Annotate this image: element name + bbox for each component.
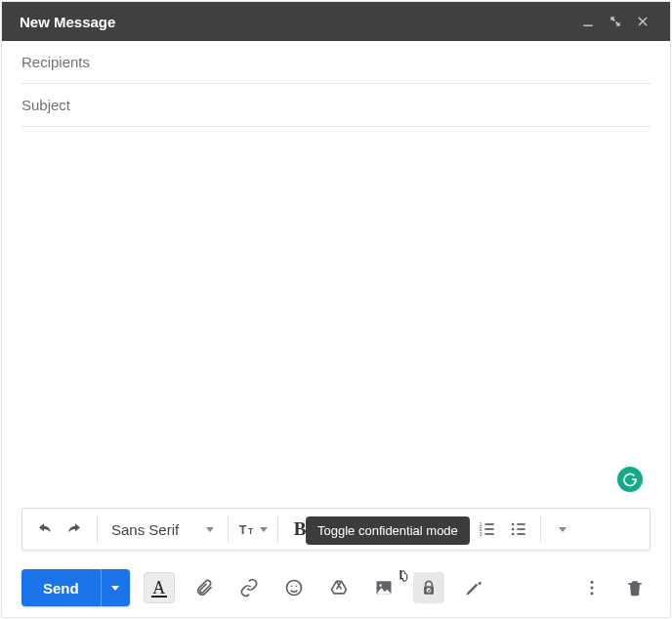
undo-button[interactable] xyxy=(28,514,60,545)
chevron-down-icon xyxy=(206,527,214,532)
discard-draft-button[interactable] xyxy=(619,572,651,603)
font-family-label: Sans Serif xyxy=(111,521,179,538)
svg-rect-0 xyxy=(583,25,592,26)
minimize-button[interactable] xyxy=(574,8,602,35)
svg-point-30 xyxy=(591,587,594,590)
recipients-placeholder: Recipients xyxy=(21,54,90,70)
separator xyxy=(277,516,278,542)
action-bar: Send A xyxy=(2,558,670,617)
more-options-button[interactable] xyxy=(576,572,608,603)
chevron-down-icon xyxy=(260,527,268,532)
insert-drive-button[interactable] xyxy=(323,572,355,603)
svg-point-15 xyxy=(512,528,515,531)
more-formatting-button[interactable] xyxy=(547,514,578,545)
send-options-button[interactable] xyxy=(101,569,130,606)
window-title: New Message xyxy=(20,14,574,30)
confidential-mode-button[interactable] xyxy=(413,572,444,603)
header-fields: Recipients Subject xyxy=(2,41,670,127)
chevron-down-icon xyxy=(559,527,567,532)
send-group: Send xyxy=(21,569,130,606)
font-size-button[interactable]: TT xyxy=(234,514,272,545)
insert-emoji-button[interactable] xyxy=(278,572,310,603)
fullscreen-button[interactable] xyxy=(602,8,629,35)
svg-point-21 xyxy=(290,586,292,588)
grammarly-button[interactable] xyxy=(617,467,643,492)
font-family-select[interactable]: Sans Serif xyxy=(104,514,222,545)
redo-button[interactable] xyxy=(60,514,91,545)
insert-link-button[interactable] xyxy=(233,572,265,603)
insert-signature-button[interactable] xyxy=(458,572,489,603)
subject-field[interactable]: Subject xyxy=(21,84,651,127)
separator xyxy=(97,516,98,542)
numbered-list-button[interactable]: 123 xyxy=(472,514,503,545)
close-button[interactable] xyxy=(629,8,656,35)
message-body[interactable] xyxy=(2,127,670,508)
svg-point-14 xyxy=(512,523,515,526)
svg-point-20 xyxy=(286,581,301,596)
svg-text:3: 3 xyxy=(480,531,483,537)
chevron-down-icon xyxy=(111,586,119,591)
svg-text:T: T xyxy=(248,526,253,536)
attach-file-button[interactable] xyxy=(189,572,220,603)
formatting-toggle-button[interactable]: A xyxy=(144,572,175,603)
svg-point-31 xyxy=(591,592,594,595)
titlebar: New Message xyxy=(2,2,670,41)
send-button[interactable]: Send xyxy=(21,569,101,606)
svg-text:T: T xyxy=(239,523,247,537)
subject-placeholder: Subject xyxy=(21,97,70,113)
svg-point-16 xyxy=(512,533,515,536)
svg-point-26 xyxy=(379,584,382,587)
svg-point-29 xyxy=(591,581,594,584)
bulleted-list-button[interactable] xyxy=(503,514,534,545)
recipients-field[interactable]: Recipients xyxy=(21,41,651,84)
separator xyxy=(228,516,229,542)
separator xyxy=(540,516,541,542)
insert-photo-button[interactable] xyxy=(368,572,399,603)
tooltip: Toggle confidential mode xyxy=(306,516,470,545)
svg-point-22 xyxy=(295,586,297,588)
